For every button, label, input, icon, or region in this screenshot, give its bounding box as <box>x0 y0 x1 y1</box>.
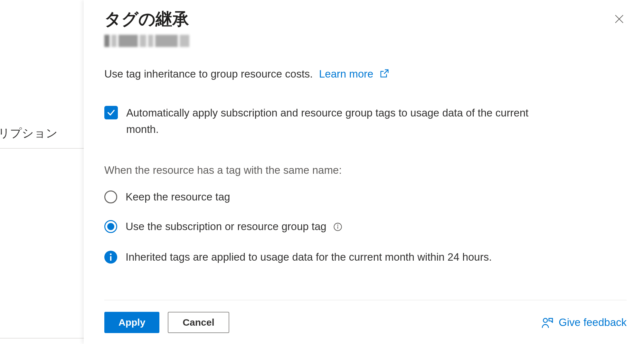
apply-button[interactable]: Apply <box>104 312 159 333</box>
subtitle-redacted <box>104 35 204 47</box>
give-feedback-link[interactable]: Give feedback <box>541 316 627 329</box>
checkmark-icon <box>107 108 116 117</box>
radio-group-heading: When the resource has a tag with the sam… <box>104 163 623 178</box>
info-message-row: Inherited tags are applied to usage data… <box>104 250 623 265</box>
panel-title: タグの継承 <box>104 9 623 29</box>
radio-label: Use the subscription or resource group t… <box>126 220 342 233</box>
info-icon[interactable] <box>333 222 342 231</box>
radio-input[interactable] <box>104 191 117 203</box>
sidebar-divider <box>0 338 84 339</box>
sidebar-partial-text: スクリプション <box>0 126 58 141</box>
auto-apply-checkbox-row[interactable]: Automatically apply subscription and res… <box>104 105 623 137</box>
auto-apply-checkbox-label: Automatically apply subscription and res… <box>126 105 538 137</box>
description-row: Use tag inheritance to group resource co… <box>104 67 623 81</box>
radio-keep-resource-tag[interactable]: Keep the resource tag <box>104 191 623 203</box>
close-icon <box>613 13 625 25</box>
panel-footer: Apply Cancel Give feedback <box>104 300 627 333</box>
background-sidebar: スクリプション <box>0 0 84 344</box>
feedback-icon <box>541 316 554 329</box>
radio-use-subscription-tag[interactable]: Use the subscription or resource group t… <box>104 220 623 233</box>
description-text: Use tag inheritance to group resource co… <box>104 68 313 80</box>
learn-more-link[interactable]: Learn more <box>319 68 389 80</box>
svg-point-5 <box>110 253 111 255</box>
cancel-button[interactable]: Cancel <box>168 312 229 333</box>
tag-conflict-radio-group: Keep the resource tag Use the subscripti… <box>104 191 623 233</box>
auto-apply-checkbox[interactable] <box>104 106 118 119</box>
external-link-icon <box>380 69 389 78</box>
give-feedback-label: Give feedback <box>559 316 627 329</box>
radio-label: Keep the resource tag <box>126 191 230 203</box>
radio-label-text: Use the subscription or resource group t… <box>126 220 327 232</box>
svg-rect-6 <box>110 256 111 261</box>
info-icon <box>104 251 117 264</box>
sidebar-divider <box>0 148 84 149</box>
learn-more-label: Learn more <box>319 68 374 80</box>
info-message-text: Inherited tags are applied to usage data… <box>126 250 492 265</box>
radio-input[interactable] <box>104 220 117 233</box>
close-button[interactable] <box>612 12 627 26</box>
footer-divider <box>104 300 627 300</box>
svg-point-4 <box>337 225 338 225</box>
tag-inheritance-panel: タグの継承 Use tag inheritance to group resou… <box>84 0 644 344</box>
svg-point-7 <box>543 318 547 322</box>
